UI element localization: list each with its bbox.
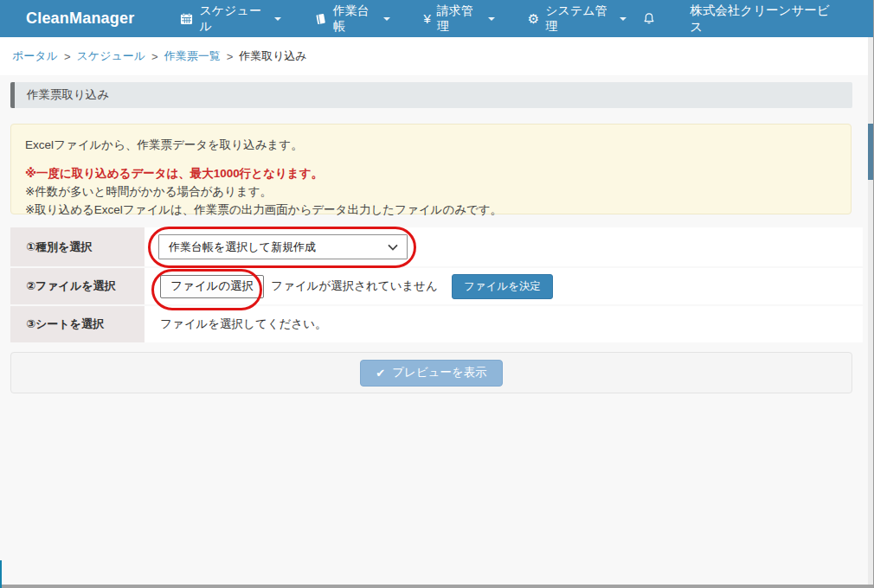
notice-note: ※取り込めるExcelファイルは、作業票の出力画面からデータ出力したファイルのみ… (25, 201, 837, 219)
nav-menu: スケジュール 作業台帳 ¥ 請求管理 (164, 0, 643, 37)
sheet-message: ファイルを選択してください。 (160, 316, 326, 332)
nav-item-system-admin[interactable]: ⚙ システム管理 (511, 0, 644, 37)
action-panel: ✔ プレビューを表示 (10, 352, 852, 393)
nav-item-billing[interactable]: ¥ 請求管理 (407, 0, 511, 37)
breadcrumb-separator: > (64, 50, 71, 63)
check-icon: ✔ (376, 368, 385, 379)
notice-intro: Excelファイルから、作業票データを取り込みます。 (25, 136, 837, 154)
file-label: ②ファイルを選択 (10, 268, 145, 304)
sheet-content: ファイルを選択してください。 (145, 306, 863, 342)
form-row-type: ①種別を選択 作業台帳を選択して新規作成 (10, 227, 863, 266)
caret-down-icon (274, 17, 281, 21)
horizontal-scrollbar[interactable] (0, 585, 874, 588)
sheet-label: ③シートを選択 (10, 306, 145, 342)
yen-icon: ¥ (423, 12, 430, 25)
form-row-file: ②ファイルを選択 ファイルの選択 ファイルが選択されていません ファイルを決定 (10, 268, 863, 304)
gears-icon: ⚙ (528, 12, 539, 25)
book-icon (314, 13, 327, 25)
preview-button-label: プレビューを表示 (392, 365, 487, 380)
page-title: 作業票取り込み (10, 82, 852, 108)
nav-item-work-ledger[interactable]: 作業台帳 (298, 0, 408, 37)
breadcrumb-separator: > (227, 50, 234, 63)
nav-item-label: システム管理 (545, 3, 612, 35)
page: CleanManager スケジュール (0, 0, 874, 588)
nav-item-label: 作業台帳 (333, 3, 376, 35)
notice-box: Excelファイルから、作業票データを取り込みます。 ※一度に取り込めるデータは… (10, 124, 852, 214)
notice-warning: ※一度に取り込めるデータは、最大1000行となります。 (25, 164, 837, 182)
breadcrumb-link-worklist[interactable]: 作業票一覧 (164, 48, 221, 64)
type-content: 作業台帳を選択して新規作成 (145, 227, 863, 266)
caret-down-icon (488, 17, 495, 21)
file-confirm-button[interactable]: ファイルを決定 (452, 274, 553, 299)
brand-logo[interactable]: CleanManager (26, 10, 134, 28)
import-form: ①種別を選択 作業台帳を選択して新規作成 ②ファイルを選択 ファイルの選択 ファ… (10, 227, 863, 344)
calendar-icon (180, 13, 193, 25)
breadcrumb-link-portal[interactable]: ポータル (12, 48, 58, 64)
nav-item-label: スケジュール (199, 3, 266, 35)
breadcrumb-separator: > (151, 50, 158, 63)
top-nav: CleanManager スケジュール (0, 0, 874, 37)
type-select[interactable]: 作業台帳を選択して新規作成 (158, 234, 408, 259)
notifications-button[interactable] (643, 12, 655, 25)
breadcrumb-current: 作業取り込み (239, 48, 307, 64)
type-label: ①種別を選択 (10, 227, 145, 266)
nav-right: 株式会社クリーンサービス (643, 3, 832, 35)
caret-down-icon (383, 17, 390, 21)
file-choose-button[interactable]: ファイルの選択 (160, 275, 264, 298)
breadcrumb: ポータル > スケジュール > 作業票一覧 > 作業取り込み (0, 37, 874, 75)
notice-note: ※件数が多いと時間がかかる場合があります。 (25, 182, 837, 201)
form-row-sheet: ③シートを選択 ファイルを選択してください。 (10, 306, 863, 342)
file-content: ファイルの選択 ファイルが選択されていません ファイルを決定 (145, 268, 863, 304)
page-title-text: 作業票取り込み (27, 87, 109, 103)
nav-item-schedule[interactable]: スケジュール (164, 0, 297, 37)
breadcrumb-link-schedule[interactable]: スケジュール (77, 48, 146, 64)
window-edge (0, 560, 2, 588)
type-select-value: 作業台帳を選択して新規作成 (169, 240, 316, 255)
caret-down-icon (620, 17, 627, 21)
company-name: 株式会社クリーンサービス (690, 3, 832, 35)
bell-icon (643, 12, 655, 25)
preview-button[interactable]: ✔ プレビューを表示 (360, 360, 503, 387)
chevron-down-icon (388, 244, 398, 251)
file-status-text: ファイルが選択されていません (271, 278, 438, 294)
nav-item-label: 請求管理 (437, 3, 480, 35)
